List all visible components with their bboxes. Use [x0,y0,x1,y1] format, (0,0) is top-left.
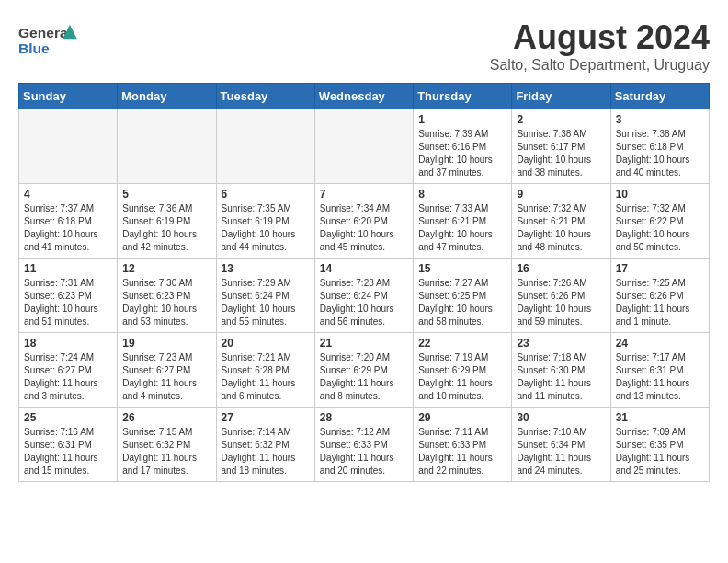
weekday-header-thursday: Thursday [414,84,512,109]
day-number: 24 [616,337,704,350]
day-info: Sunrise: 7:27 AM Sunset: 6:25 PM Dayligh… [418,277,506,328]
day-info: Sunrise: 7:17 AM Sunset: 6:31 PM Dayligh… [616,351,704,403]
location-subtitle: Salto, Salto Department, Uruguay [490,57,710,74]
day-info: Sunrise: 7:09 AM Sunset: 6:35 PM Dayligh… [616,426,704,477]
calendar-cell: 24Sunrise: 7:17 AM Sunset: 6:31 PM Dayli… [610,333,709,408]
calendar-cell: 14Sunrise: 7:28 AM Sunset: 6:24 PM Dayli… [314,259,413,333]
day-number: 27 [222,411,310,424]
day-info: Sunrise: 7:34 AM Sunset: 6:20 PM Dayligh… [320,202,408,254]
day-info: Sunrise: 7:15 AM Sunset: 6:32 PM Dayligh… [122,426,210,477]
day-number: 14 [320,262,408,275]
calendar-cell: 13Sunrise: 7:29 AM Sunset: 6:24 PM Dayli… [216,259,314,333]
week-row-3: 11Sunrise: 7:31 AM Sunset: 6:23 PM Dayli… [19,259,710,333]
weekday-header-friday: Friday [512,84,610,109]
day-number: 21 [320,337,408,350]
calendar-cell: 8Sunrise: 7:33 AM Sunset: 6:21 PM Daylig… [414,184,512,259]
calendar-cell: 29Sunrise: 7:11 AM Sunset: 6:33 PM Dayli… [414,408,512,482]
day-number: 1 [418,113,506,126]
calendar-cell: 19Sunrise: 7:23 AM Sunset: 6:27 PM Dayli… [118,333,216,408]
calendar-cell: 15Sunrise: 7:27 AM Sunset: 6:25 PM Dayli… [414,259,512,333]
calendar-cell: 17Sunrise: 7:25 AM Sunset: 6:26 PM Dayli… [610,259,709,333]
day-info: Sunrise: 7:14 AM Sunset: 6:32 PM Dayligh… [222,426,310,477]
day-number: 7 [320,188,408,201]
day-number: 17 [616,262,704,275]
weekday-header-sunday: Sunday [19,84,118,109]
calendar-cell: 26Sunrise: 7:15 AM Sunset: 6:32 PM Dayli… [118,408,216,482]
day-info: Sunrise: 7:21 AM Sunset: 6:28 PM Dayligh… [222,351,310,403]
day-number: 23 [517,337,605,350]
header: General Blue August 2024 Salto, Salto De… [18,18,710,74]
day-info: Sunrise: 7:11 AM Sunset: 6:33 PM Dayligh… [418,426,506,477]
day-number: 16 [517,262,605,275]
day-info: Sunrise: 7:24 AM Sunset: 6:27 PM Dayligh… [24,351,112,403]
day-info: Sunrise: 7:29 AM Sunset: 6:24 PM Dayligh… [222,277,310,328]
calendar-cell: 12Sunrise: 7:30 AM Sunset: 6:23 PM Dayli… [118,259,216,333]
day-info: Sunrise: 7:31 AM Sunset: 6:23 PM Dayligh… [24,277,112,328]
day-number: 29 [418,411,506,424]
day-number: 26 [122,411,210,424]
day-info: Sunrise: 7:18 AM Sunset: 6:30 PM Dayligh… [517,351,605,403]
day-number: 2 [517,113,605,126]
day-number: 15 [418,262,506,275]
weekday-header-wednesday: Wednesday [314,84,413,109]
logo: General Blue [18,18,83,64]
day-info: Sunrise: 7:32 AM Sunset: 6:21 PM Dayligh… [517,202,605,254]
calendar-cell: 16Sunrise: 7:26 AM Sunset: 6:26 PM Dayli… [512,259,610,333]
day-info: Sunrise: 7:32 AM Sunset: 6:22 PM Dayligh… [616,202,704,254]
week-row-4: 18Sunrise: 7:24 AM Sunset: 6:27 PM Dayli… [19,333,710,408]
day-info: Sunrise: 7:25 AM Sunset: 6:26 PM Dayligh… [616,277,704,328]
day-number: 22 [418,337,506,350]
weekday-header-monday: Monday [118,84,216,109]
day-info: Sunrise: 7:36 AM Sunset: 6:19 PM Dayligh… [122,202,210,254]
calendar-cell: 25Sunrise: 7:16 AM Sunset: 6:31 PM Dayli… [19,408,118,482]
day-number: 5 [122,188,210,201]
day-info: Sunrise: 7:19 AM Sunset: 6:29 PM Dayligh… [418,351,506,403]
day-number: 6 [222,188,310,201]
day-info: Sunrise: 7:20 AM Sunset: 6:29 PM Dayligh… [320,351,408,403]
calendar-cell [216,109,314,184]
day-number: 30 [517,411,605,424]
day-info: Sunrise: 7:39 AM Sunset: 6:16 PM Dayligh… [418,128,506,179]
calendar-cell: 5Sunrise: 7:36 AM Sunset: 6:19 PM Daylig… [118,184,216,259]
calendar-cell: 18Sunrise: 7:24 AM Sunset: 6:27 PM Dayli… [19,333,118,408]
day-number: 25 [24,411,112,424]
day-number: 10 [616,188,704,201]
day-info: Sunrise: 7:10 AM Sunset: 6:34 PM Dayligh… [517,426,605,477]
day-info: Sunrise: 7:33 AM Sunset: 6:21 PM Dayligh… [418,202,506,254]
weekday-header-tuesday: Tuesday [216,84,314,109]
calendar-cell: 28Sunrise: 7:12 AM Sunset: 6:33 PM Dayli… [314,408,413,482]
day-number: 8 [418,188,506,201]
day-info: Sunrise: 7:30 AM Sunset: 6:23 PM Dayligh… [122,277,210,328]
day-info: Sunrise: 7:38 AM Sunset: 6:18 PM Dayligh… [616,128,704,179]
page-container: General Blue August 2024 Salto, Salto De… [18,18,710,482]
calendar-cell [118,109,216,184]
calendar-cell: 10Sunrise: 7:32 AM Sunset: 6:22 PM Dayli… [610,184,709,259]
calendar-cell: 11Sunrise: 7:31 AM Sunset: 6:23 PM Dayli… [19,259,118,333]
title-block: August 2024 Salto, Salto Department, Uru… [490,18,710,74]
calendar-cell: 22Sunrise: 7:19 AM Sunset: 6:29 PM Dayli… [414,333,512,408]
week-row-2: 4Sunrise: 7:37 AM Sunset: 6:18 PM Daylig… [19,184,710,259]
day-info: Sunrise: 7:23 AM Sunset: 6:27 PM Dayligh… [122,351,210,403]
month-year-title: August 2024 [490,18,710,57]
day-number: 9 [517,188,605,201]
calendar-cell: 6Sunrise: 7:35 AM Sunset: 6:19 PM Daylig… [216,184,314,259]
day-info: Sunrise: 7:38 AM Sunset: 6:17 PM Dayligh… [517,128,605,179]
calendar-cell: 3Sunrise: 7:38 AM Sunset: 6:18 PM Daylig… [610,109,709,184]
day-number: 13 [222,262,310,275]
calendar-cell [314,109,413,184]
day-info: Sunrise: 7:37 AM Sunset: 6:18 PM Dayligh… [24,202,112,254]
day-number: 12 [122,262,210,275]
calendar-cell: 27Sunrise: 7:14 AM Sunset: 6:32 PM Dayli… [216,408,314,482]
calendar-cell: 9Sunrise: 7:32 AM Sunset: 6:21 PM Daylig… [512,184,610,259]
day-number: 18 [24,337,112,350]
calendar-cell: 7Sunrise: 7:34 AM Sunset: 6:20 PM Daylig… [314,184,413,259]
calendar-table: SundayMondayTuesdayWednesdayThursdayFrid… [18,83,710,482]
calendar-cell: 4Sunrise: 7:37 AM Sunset: 6:18 PM Daylig… [19,184,118,259]
day-number: 28 [320,411,408,424]
week-row-5: 25Sunrise: 7:16 AM Sunset: 6:31 PM Dayli… [19,408,710,482]
calendar-cell [19,109,118,184]
weekday-header-saturday: Saturday [610,84,709,109]
calendar-cell: 31Sunrise: 7:09 AM Sunset: 6:35 PM Dayli… [610,408,709,482]
day-number: 11 [24,262,112,275]
day-info: Sunrise: 7:16 AM Sunset: 6:31 PM Dayligh… [24,426,112,477]
